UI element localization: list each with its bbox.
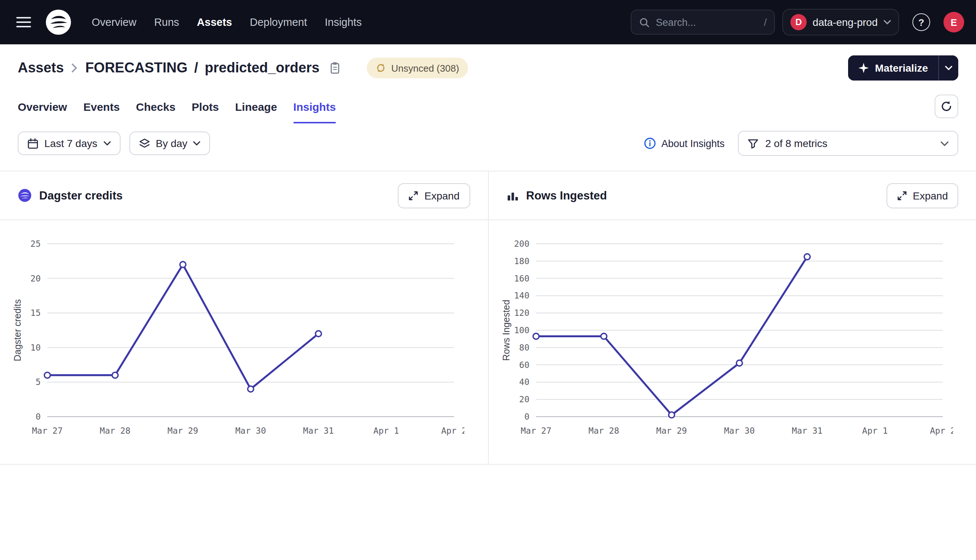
- granularity-dropdown[interactable]: By day: [129, 132, 211, 155]
- tab-checks[interactable]: Checks: [136, 89, 175, 123]
- svg-text:Mar 31: Mar 31: [303, 426, 334, 435]
- deployment-avatar: D: [790, 14, 807, 30]
- info-icon: [644, 137, 656, 149]
- svg-text:160: 160: [513, 274, 529, 283]
- asset-group-name: FORECASTING: [85, 60, 188, 76]
- metrics-filter-select[interactable]: 2 of 8 metrics: [738, 131, 958, 156]
- svg-text:Mar 29: Mar 29: [656, 426, 687, 435]
- svg-text:140: 140: [513, 291, 529, 300]
- nav-item-insights[interactable]: Insights: [324, 16, 361, 28]
- svg-text:Apr 1: Apr 1: [862, 426, 887, 435]
- chart-title: Dagster credits: [39, 189, 123, 202]
- svg-text:Mar 28: Mar 28: [588, 426, 619, 435]
- materialize-button[interactable]: Materialize: [849, 55, 938, 80]
- search-input[interactable]: [656, 17, 758, 28]
- breadcrumb-separator: /: [194, 60, 198, 76]
- about-insights-link[interactable]: About Insights: [644, 137, 725, 149]
- sparkle-icon: [859, 63, 869, 73]
- svg-text:100: 100: [513, 325, 529, 335]
- svg-text:15: 15: [30, 308, 41, 318]
- layers-icon: [139, 138, 150, 149]
- expand-icon: [896, 190, 907, 201]
- chevron-down-icon: [103, 141, 110, 145]
- sync-icon: [376, 63, 386, 73]
- materialize-split-button: Materialize: [849, 55, 958, 80]
- date-range-dropdown[interactable]: Last 7 days: [18, 132, 120, 155]
- svg-text:20: 20: [519, 395, 529, 404]
- expand-label: Expand: [424, 190, 460, 201]
- search-icon: [639, 17, 650, 28]
- svg-text:Mar 30: Mar 30: [724, 426, 754, 435]
- svg-text:Rows Ingested: Rows Ingested: [501, 300, 511, 360]
- tab-plots[interactable]: Plots: [192, 89, 219, 123]
- help-icon[interactable]: ?: [912, 13, 930, 31]
- chart-panel-rows-ingested: Rows Ingested Expand 0204060801001201401…: [488, 172, 976, 464]
- expand-label: Expand: [913, 190, 948, 201]
- metrics-select-label: 2 of 8 metrics: [765, 137, 827, 149]
- date-range-label: Last 7 days: [44, 137, 97, 149]
- search-shortcut-hint: /: [764, 16, 767, 28]
- asset-tabs: Overview Events Checks Plots Lineage Ins…: [0, 89, 976, 123]
- status-badge[interactable]: Unsynced (308): [367, 58, 468, 78]
- dagster-credits-icon: [18, 188, 32, 202]
- chevron-down-icon: [884, 20, 891, 24]
- about-insights-label: About Insights: [662, 138, 725, 149]
- svg-text:120: 120: [513, 308, 529, 318]
- svg-text:10: 10: [30, 343, 41, 352]
- svg-text:5: 5: [35, 377, 41, 387]
- tab-events[interactable]: Events: [83, 89, 119, 123]
- nav-item-deployment[interactable]: Deployment: [250, 16, 307, 28]
- nav-item-assets[interactable]: Assets: [197, 16, 232, 28]
- chart-panel-header: Rows Ingested Expand: [488, 172, 976, 220]
- refresh-button[interactable]: [934, 94, 958, 118]
- chart-panel-header: Dagster credits Expand: [0, 172, 488, 220]
- svg-text:60: 60: [519, 360, 529, 370]
- nav-item-overview[interactable]: Overview: [92, 16, 136, 28]
- breadcrumb-assets-link[interactable]: Assets: [18, 60, 64, 76]
- svg-text:0: 0: [35, 412, 41, 422]
- chevron-right-icon: [70, 63, 79, 73]
- nav-item-runs[interactable]: Runs: [154, 16, 179, 28]
- materialize-label: Materialize: [875, 62, 928, 74]
- materialize-dropdown-button[interactable]: [938, 55, 958, 80]
- insights-charts: Dagster credits Expand 0510152025Mar 27M…: [0, 171, 976, 465]
- search-box[interactable]: /: [631, 10, 775, 35]
- svg-text:200: 200: [513, 239, 529, 248]
- breadcrumb: Assets FORECASTING / predicted_orders Un…: [18, 58, 468, 78]
- bar-chart-icon: [506, 189, 519, 202]
- svg-text:Dagster credits: Dagster credits: [12, 299, 23, 361]
- dagster-logo-icon[interactable]: [44, 8, 72, 36]
- svg-text:Mar 29: Mar 29: [167, 426, 198, 435]
- hamburger-menu-icon[interactable]: [12, 10, 37, 35]
- deployment-selector[interactable]: D data-eng-prod: [782, 9, 899, 35]
- filter-right-group: About Insights 2 of 8 metrics: [644, 131, 958, 156]
- svg-text:Mar 27: Mar 27: [32, 426, 62, 435]
- chart-area: 020406080100120140160180200Mar 27Mar 28M…: [488, 220, 976, 464]
- user-avatar[interactable]: E: [943, 12, 964, 33]
- insights-filter-bar: Last 7 days By day About Insights 2 of 8…: [0, 123, 976, 171]
- chart-panel-dagster-credits: Dagster credits Expand 0510152025Mar 27M…: [0, 172, 488, 464]
- svg-text:80: 80: [519, 343, 529, 352]
- svg-text:40: 40: [519, 377, 529, 387]
- tab-insights[interactable]: Insights: [293, 89, 336, 123]
- asset-name: predicted_orders: [205, 60, 319, 76]
- calendar-icon: [27, 138, 38, 149]
- expand-button[interactable]: Expand: [886, 183, 958, 208]
- svg-text:Mar 28: Mar 28: [100, 426, 130, 435]
- chart-area: 0510152025Mar 27Mar 28Mar 29Mar 30Mar 31…: [0, 220, 488, 464]
- expand-button[interactable]: Expand: [398, 183, 470, 208]
- chevron-down-icon: [193, 141, 201, 145]
- tab-overview[interactable]: Overview: [18, 89, 67, 123]
- deployment-name: data-eng-prod: [812, 16, 877, 28]
- svg-text:25: 25: [30, 239, 41, 248]
- tab-lineage[interactable]: Lineage: [235, 89, 277, 123]
- top-nav: Overview Runs Assets Deployment Insights…: [0, 0, 976, 44]
- page-header: Assets FORECASTING / predicted_orders Un…: [0, 44, 976, 89]
- expand-icon: [408, 190, 418, 201]
- svg-text:Apr 1: Apr 1: [373, 426, 399, 435]
- copy-icon[interactable]: [329, 61, 341, 75]
- chart-title: Rows Ingested: [526, 189, 607, 202]
- svg-text:20: 20: [30, 274, 41, 283]
- svg-text:180: 180: [513, 257, 529, 266]
- svg-text:Apr 2: Apr 2: [929, 426, 953, 435]
